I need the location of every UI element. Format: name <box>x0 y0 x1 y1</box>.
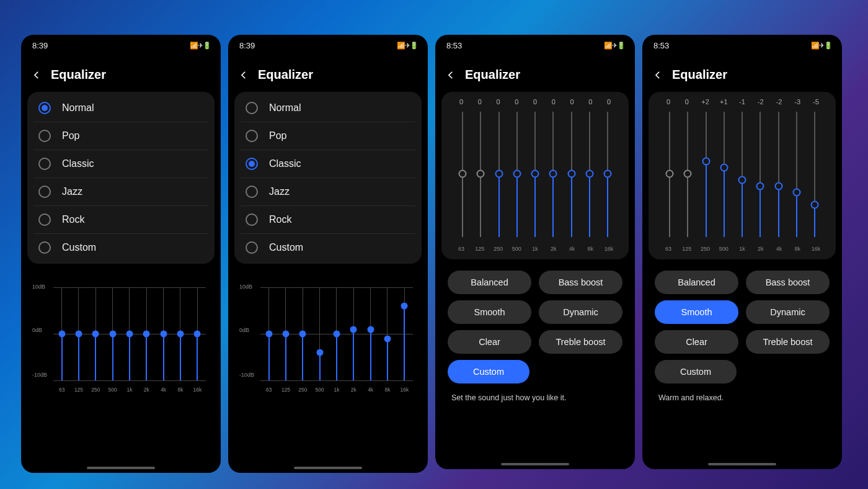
preset-row-jazz[interactable]: Jazz <box>33 178 208 206</box>
preset-label: Classic <box>269 158 301 169</box>
nav-handle[interactable] <box>87 467 155 469</box>
eq-band-500 <box>104 287 121 380</box>
back-icon[interactable] <box>238 70 249 81</box>
slider-16k[interactable] <box>601 109 614 240</box>
slider-2k[interactable] <box>754 109 766 240</box>
slider-8k[interactable] <box>790 109 803 240</box>
phone-screenshot-3: 8:53 📶✈🔋 Equalizer000000000 <box>435 35 635 469</box>
xlabel: 8k <box>379 387 396 393</box>
preset-list: Normal Pop Classic Jazz Rock Custom <box>234 92 422 264</box>
xlabel: 500 <box>311 387 328 393</box>
radio-icon <box>246 213 258 226</box>
slider-4k[interactable] <box>565 109 578 240</box>
preset-row-classic[interactable]: Classic <box>241 150 415 178</box>
preset-label: Pop <box>62 130 79 141</box>
preset-row-pop[interactable]: Pop <box>241 122 415 150</box>
preset-row-normal[interactable]: Normal <box>241 94 415 122</box>
pill-dynamic[interactable]: Dynamic <box>539 300 622 324</box>
phone-screenshot-2: 8:39 📶✈🔋 Equalizer Normal Pop Classic Ja… <box>228 35 428 473</box>
eq-band-2k <box>345 287 362 380</box>
preset-row-custom[interactable]: Custom <box>241 234 415 261</box>
preset-row-classic[interactable]: Classic <box>33 150 208 178</box>
slider-250[interactable] <box>493 109 505 240</box>
slider-freq-labels: 631252505001k2k4k8k16k <box>662 246 822 252</box>
pill-treble-boost[interactable]: Treble boost <box>539 330 622 354</box>
slider-16k[interactable] <box>808 109 821 240</box>
slider-8k[interactable] <box>583 109 596 240</box>
xlabel: 1k <box>328 387 345 393</box>
preset-label: Rock <box>62 214 84 225</box>
freq-label: 16k <box>603 246 615 252</box>
pill-balanced[interactable]: Balanced <box>655 271 738 294</box>
slider-250[interactable] <box>700 109 712 240</box>
preset-label: Classic <box>62 158 94 169</box>
slider-125[interactable] <box>681 109 694 240</box>
back-icon[interactable] <box>652 70 663 81</box>
nav-handle[interactable] <box>294 467 362 469</box>
eq-band-16k <box>189 287 206 380</box>
preset-row-normal[interactable]: Normal <box>33 94 208 122</box>
freq-label: 125 <box>681 246 693 252</box>
xlabel: 63 <box>53 387 70 393</box>
freq-label: 500 <box>717 246 730 252</box>
slider-500[interactable] <box>511 109 523 240</box>
preset-label: Normal <box>269 102 301 114</box>
slider-1k[interactable] <box>736 109 748 240</box>
pill-custom[interactable]: Custom <box>655 360 737 384</box>
slider-2k[interactable] <box>547 109 559 240</box>
preset-label: Pop <box>269 130 286 141</box>
equalizer-chart: 10dB 0dB -10dB <box>239 281 417 393</box>
slider-value: 0 <box>603 98 615 105</box>
slider-500[interactable] <box>718 109 730 240</box>
preset-label: Jazz <box>269 186 290 197</box>
preset-label: Jazz <box>62 186 82 197</box>
back-icon[interactable] <box>445 70 456 81</box>
eq-band-500 <box>311 287 328 380</box>
slider-63[interactable] <box>456 109 469 240</box>
slider-63[interactable] <box>663 109 676 240</box>
clock: 8:53 <box>446 41 462 50</box>
status-icons: 📶✈🔋 <box>397 42 418 50</box>
preset-row-rock[interactable]: Rock <box>33 206 208 234</box>
pill-smooth[interactable]: Smooth <box>655 300 738 324</box>
pill-bass-boost[interactable]: Bass boost <box>746 271 830 294</box>
slider-value: +1 <box>717 98 730 105</box>
slider-value: -1 <box>736 98 748 105</box>
status-bar: 8:39 📶✈🔋 <box>228 35 428 53</box>
eq-band-4k <box>362 287 379 380</box>
equalizer-sliders: 000000000 631252505001k2k4k8k16k <box>441 92 629 259</box>
slider-4k[interactable] <box>773 109 785 240</box>
header: Equalizer <box>21 53 221 92</box>
eq-band-125 <box>277 287 294 380</box>
nav-handle[interactable] <box>501 463 569 465</box>
slider-1k[interactable] <box>529 109 541 240</box>
pill-bass-boost[interactable]: Bass boost <box>539 271 622 294</box>
radio-icon <box>38 158 51 170</box>
pill-balanced[interactable]: Balanced <box>448 271 531 294</box>
pill-clear[interactable]: Clear <box>655 330 738 354</box>
xlabel: 8k <box>172 387 188 393</box>
preset-pill-grid: BalancedBass boostSmoothDynamicClearTreb… <box>435 259 635 387</box>
status-icons: 📶✈🔋 <box>190 42 211 50</box>
nav-handle[interactable] <box>708 463 776 465</box>
pill-custom[interactable]: Custom <box>448 360 529 384</box>
freq-label: 125 <box>474 246 486 252</box>
status-bar: 8:53 📶✈🔋 <box>642 35 842 53</box>
preset-row-pop[interactable]: Pop <box>33 122 208 150</box>
freq-label: 4k <box>566 246 578 252</box>
preset-row-custom[interactable]: Custom <box>33 234 208 261</box>
freq-label: 250 <box>492 246 505 252</box>
status-bar: 8:39 📶✈🔋 <box>21 35 221 53</box>
pill-treble-boost[interactable]: Treble boost <box>746 330 830 354</box>
slider-125[interactable] <box>474 109 487 240</box>
equalizer-sliders: 00+2+1-1-2-2-3-5 631252505001k2k4k8k16k <box>649 92 836 259</box>
preset-row-jazz[interactable]: Jazz <box>241 178 415 206</box>
preset-row-rock[interactable]: Rock <box>241 206 415 234</box>
radio-icon <box>38 130 51 142</box>
back-icon[interactable] <box>31 70 42 81</box>
pill-smooth[interactable]: Smooth <box>448 300 531 324</box>
pill-dynamic[interactable]: Dynamic <box>746 300 830 324</box>
slider-value: 0 <box>510 98 523 105</box>
pill-clear[interactable]: Clear <box>448 330 531 354</box>
slider-value: 0 <box>455 98 467 105</box>
